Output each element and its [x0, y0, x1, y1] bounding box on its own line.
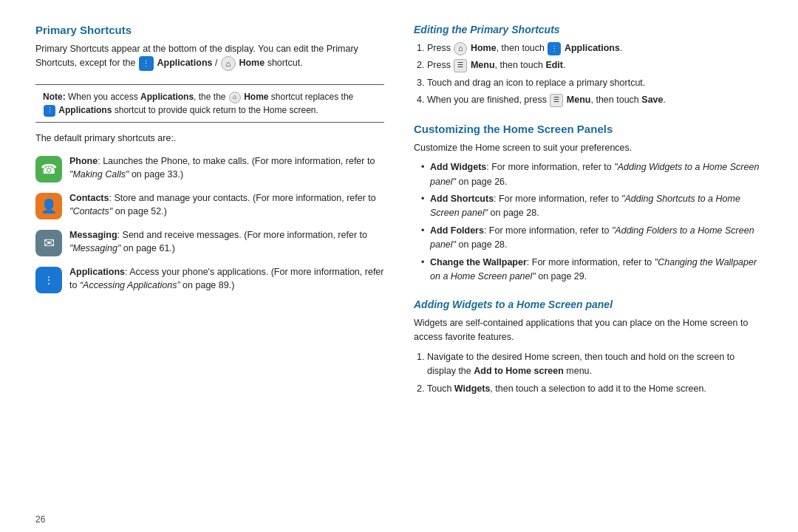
bullet-shortcuts: Add Shortcuts: For more information, ref…	[421, 192, 763, 221]
menu-step4-icon: ☰	[550, 94, 563, 107]
shortcuts-list: ☎ Phone: Launches the Phone, to make cal…	[35, 154, 384, 302]
primary-shortcuts-title: Primary Shortcuts	[35, 24, 384, 36]
apps-inline-icon: ⋮	[139, 56, 154, 71]
applications-text: Applications: Access your phone's applic…	[69, 265, 384, 293]
customizing-title: Customizing the Home Screen Panels	[414, 123, 763, 135]
customizing-intro: Customize the Home screen to suit your p…	[414, 141, 763, 155]
right-column: Editing the Primary Shortcuts Press ⌂ Ho…	[414, 24, 763, 486]
editing-step-3: Touch and drag an icon to replace a prim…	[427, 76, 763, 90]
default-text: The default primary shortcuts are:.	[35, 132, 384, 146]
shortcut-applications: ⋮ Applications: Access your phone's appl…	[35, 265, 384, 293]
contacts-icon: 👤	[35, 193, 62, 219]
editing-step-2: Press ☰ Menu, then touch Edit.	[427, 58, 763, 72]
page-number: 26	[0, 510, 798, 532]
editing-step-4: When you are finished, press ☰ Menu, the…	[427, 93, 763, 107]
contacts-text: Contacts: Store and manage your contacts…	[69, 191, 384, 219]
editing-steps: Press ⌂ Home, then touch ⋮ Applications.…	[414, 41, 763, 111]
phone-icon: ☎	[35, 156, 62, 183]
bullet-folders: Add Folders: For more information, refer…	[421, 224, 763, 253]
primary-shortcuts-intro: Primary Shortcuts appear at the bottom o…	[35, 42, 384, 71]
widgets-step-1: Navigate to the desired Home screen, the…	[427, 350, 763, 379]
editing-step-1: Press ⌂ Home, then touch ⋮ Applications.	[427, 41, 763, 55]
apps-note-icon: ⋮	[44, 105, 55, 117]
shortcut-phone: ☎ Phone: Launches the Phone, to make cal…	[35, 154, 384, 183]
bullet-widgets: Add Widgets: For more information, refer…	[421, 160, 763, 189]
home-step1-icon: ⌂	[454, 42, 467, 55]
note-box: Note: When you access Applications, the …	[35, 84, 384, 123]
adding-widgets-steps: Navigate to the desired Home screen, the…	[414, 350, 763, 399]
applications-icon: ⋮	[35, 267, 62, 293]
phone-text: Phone: Launches the Phone, to make calls…	[69, 154, 384, 183]
menu-step2-icon: ☰	[454, 59, 467, 72]
adding-widgets-intro: Widgets are self-contained applications …	[414, 316, 763, 344]
shortcut-messaging: ✉ Messaging: Send and receive messages. …	[35, 228, 384, 256]
messaging-text: Messaging: Send and receive messages. (F…	[69, 228, 384, 256]
messaging-icon: ✉	[35, 230, 62, 256]
apps-step1-icon: ⋮	[548, 42, 561, 55]
home-note-icon: ⌂	[229, 92, 241, 103]
bullet-wallpaper: Change the Wallpaper: For more informati…	[421, 256, 763, 284]
shortcut-contacts: 👤 Contacts: Store and manage your contac…	[35, 191, 384, 219]
adding-widgets-title: Adding Widgets to a Home Screen panel	[414, 299, 763, 310]
left-column: Primary Shortcuts Primary Shortcuts appe…	[35, 24, 384, 486]
editing-title: Editing the Primary Shortcuts	[414, 24, 763, 35]
customizing-bullets: Add Widgets: For more information, refer…	[414, 160, 763, 287]
home-inline-icon: ⌂	[221, 56, 236, 71]
widgets-step-2: Touch Widgets, then touch a selection to…	[427, 382, 763, 396]
